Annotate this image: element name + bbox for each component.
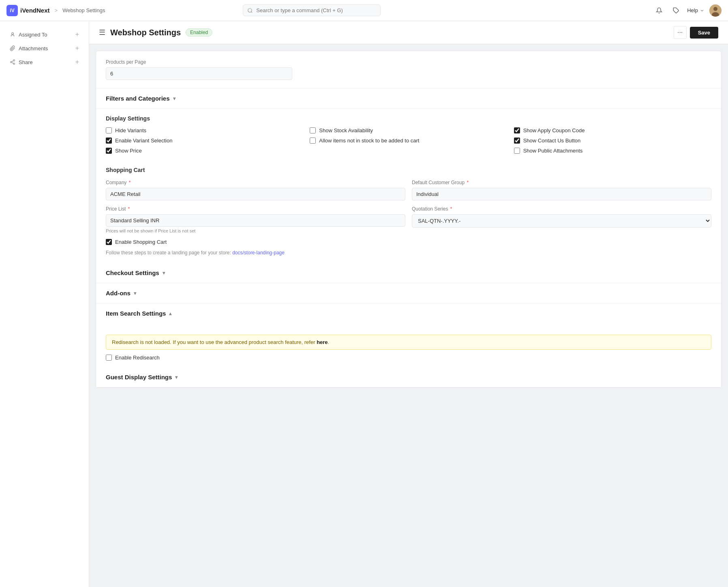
filters-and-categories-header[interactable]: Filters and Categories ▾	[96, 88, 721, 109]
allow-items-not-in-stock-label: Allow items not in stock to be added to …	[319, 138, 419, 144]
sidebar-item-attachments[interactable]: Attachments +	[3, 41, 86, 55]
brand-logo[interactable]: iV iVendNext	[6, 5, 50, 16]
default-customer-group-label: Default Customer Group *	[412, 180, 711, 185]
enable-variant-selection-input[interactable]	[106, 138, 112, 144]
show-contact-us-button-checkbox[interactable]: Show Contact Us Button	[514, 138, 711, 144]
hide-variants-label: Hide Variants	[115, 127, 146, 133]
price-list-input[interactable]	[106, 214, 405, 227]
shopping-cart-section: Shopping Cart Company * Default Customer…	[96, 160, 721, 263]
enable-variant-selection-checkbox[interactable]: Enable Variant Selection	[106, 138, 303, 144]
hide-variants-checkbox[interactable]: Hide Variants	[106, 127, 303, 133]
page-header: ☰ Webshop Settings Enabled ··· Save	[89, 21, 728, 44]
sidebar: Assigned To + Attachments + Share +	[0, 21, 89, 587]
enable-redisearch-label: Enable Redisearch	[115, 355, 160, 361]
checkout-settings-header[interactable]: Checkout Settings ▾	[96, 263, 721, 283]
more-options-button[interactable]: ···	[674, 26, 687, 39]
enable-shopping-cart-checkbox[interactable]: Enable Shopping Cart	[106, 239, 711, 245]
item-search-settings-header[interactable]: Item Search Settings ▴	[96, 303, 721, 323]
customer-group-required-star: *	[467, 180, 469, 185]
sidebar-label-assigned-to: Assigned To	[19, 32, 47, 38]
show-stock-availability-input[interactable]	[310, 127, 316, 133]
top-navigation: iV iVendNext > Webshop Settings Help	[0, 0, 728, 21]
show-apply-coupon-code-checkbox[interactable]: Show Apply Coupon Code	[514, 127, 711, 133]
svg-point-6	[11, 61, 12, 63]
breadcrumb-item: Webshop Settings	[62, 7, 105, 13]
enable-shopping-cart-input[interactable]	[106, 239, 112, 245]
hamburger-button[interactable]: ☰	[99, 28, 105, 37]
sidebar-label-share: Share	[19, 59, 33, 65]
save-button[interactable]: Save	[690, 27, 718, 39]
company-required-star: *	[129, 180, 131, 185]
show-price-checkbox[interactable]: Show Price	[106, 148, 303, 154]
show-public-attachments-input[interactable]	[514, 148, 520, 154]
sidebar-label-attachments: Attachments	[19, 45, 48, 52]
quotation-required-star: *	[450, 206, 452, 212]
filters-chevron-down-icon: ▾	[173, 96, 176, 101]
guest-display-settings-header[interactable]: Guest Display Settings ▾	[96, 367, 721, 387]
products-per-page-section: Products per Page	[96, 51, 721, 88]
svg-point-4	[12, 32, 14, 34]
landing-page-link[interactable]: docs/store-landing-page	[232, 250, 285, 256]
quotation-series-select[interactable]: SAL-QTN-.YYYY.-	[412, 214, 711, 228]
price-list-quotation-row: Price List * Prices will not be shown if…	[106, 206, 711, 233]
enable-variant-selection-label: Enable Variant Selection	[115, 138, 172, 144]
products-per-page-label: Products per Page	[106, 59, 711, 65]
enable-redisearch-checkbox[interactable]: Enable Redisearch	[106, 355, 711, 361]
sidebar-item-share[interactable]: Share +	[3, 55, 86, 69]
help-button[interactable]: Help	[687, 7, 704, 13]
show-stock-availability-checkbox[interactable]: Show Stock Availability	[310, 127, 507, 133]
avatar[interactable]	[709, 4, 722, 17]
checkout-chevron-down-icon: ▾	[163, 270, 165, 276]
redisearch-alert-text: Redisearch is not loaded. If you want to…	[112, 339, 317, 345]
notifications-button[interactable]	[653, 4, 665, 17]
form-area: Products per Page Filters and Categories…	[96, 51, 722, 388]
paperclip-icon	[10, 45, 15, 51]
brand-name: iVendNext	[20, 7, 50, 14]
default-customer-group-input[interactable]	[412, 188, 711, 200]
enable-shopping-cart-label: Enable Shopping Cart	[115, 239, 167, 245]
svg-point-5	[13, 60, 15, 61]
breadcrumb-separator: >	[55, 7, 58, 13]
show-apply-coupon-code-input[interactable]	[514, 127, 520, 133]
shopping-cart-title: Shopping Cart	[106, 167, 711, 173]
add-share-icon[interactable]: +	[75, 58, 79, 66]
guest-display-settings-label: Guest Display Settings	[106, 374, 172, 381]
tags-button[interactable]	[670, 4, 682, 17]
allow-items-not-in-stock-checkbox[interactable]: Allow items not in stock to be added to …	[310, 138, 507, 144]
show-public-attachments-checkbox[interactable]: Show Public Attachments	[514, 148, 711, 154]
products-per-page-input[interactable]	[106, 67, 292, 80]
default-customer-group-field: Default Customer Group *	[412, 180, 711, 200]
show-contact-us-button-input[interactable]	[514, 138, 520, 144]
show-stock-availability-label: Show Stock Availability	[319, 127, 373, 133]
company-input[interactable]	[106, 188, 405, 200]
add-assigned-to-icon[interactable]: +	[75, 31, 79, 38]
svg-line-9	[12, 61, 13, 62]
redisearch-here-link[interactable]: here	[317, 339, 328, 345]
company-field: Company *	[106, 180, 405, 200]
display-settings-checkboxes: Hide Variants Show Stock Availability Sh…	[106, 127, 711, 154]
checkout-settings-label: Checkout Settings	[106, 269, 159, 276]
search-input[interactable]	[243, 4, 381, 16]
display-settings-title: Display Settings	[106, 115, 711, 122]
price-list-label: Price List *	[106, 206, 405, 212]
sidebar-item-assigned-to[interactable]: Assigned To +	[3, 28, 86, 41]
search-container	[243, 4, 381, 16]
price-list-hint: Prices will not be shown if Price List i…	[106, 228, 405, 233]
enable-redisearch-input[interactable]	[106, 355, 112, 361]
show-apply-coupon-code-label: Show Apply Coupon Code	[523, 127, 585, 133]
share-icon	[10, 59, 15, 65]
show-contact-us-button-label: Show Contact Us Button	[523, 138, 581, 144]
item-search-settings-label: Item Search Settings	[106, 310, 166, 317]
display-settings-section: Display Settings Hide Variants Show Stoc…	[96, 109, 721, 160]
help-label: Help	[687, 7, 698, 13]
allow-items-not-in-stock-input[interactable]	[310, 138, 316, 144]
show-price-input[interactable]	[106, 148, 112, 154]
hide-variants-input[interactable]	[106, 127, 112, 133]
addons-header[interactable]: Add-ons ▾	[96, 283, 721, 303]
header-actions: ··· Save	[674, 26, 718, 39]
redisearch-alert-period: .	[328, 339, 330, 345]
redisearch-warning: Redisearch is not loaded. If you want to…	[106, 335, 711, 350]
add-attachments-icon[interactable]: +	[75, 45, 79, 52]
show-public-attachments-label: Show Public Attachments	[523, 148, 583, 154]
company-customer-group-row: Company * Default Customer Group *	[106, 180, 711, 200]
